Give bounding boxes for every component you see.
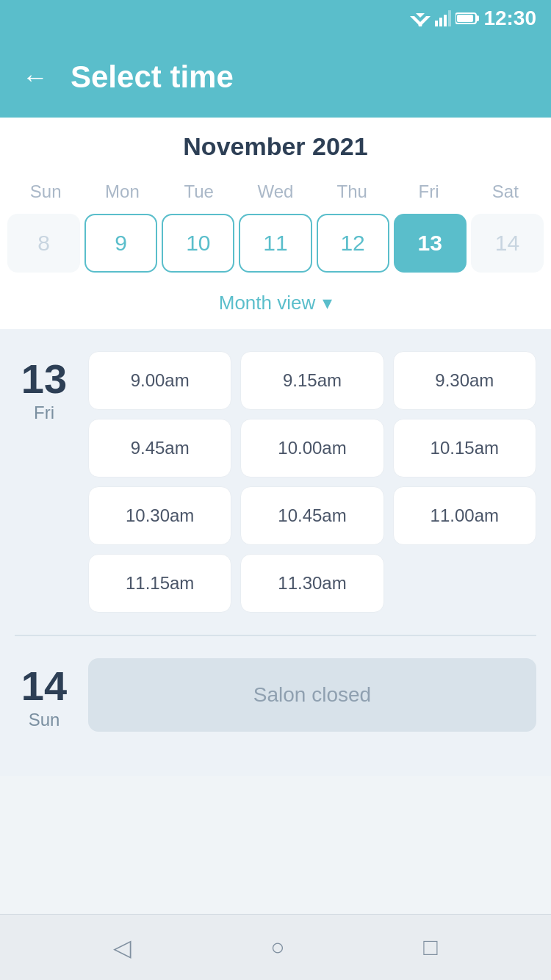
svg-rect-6 bbox=[444, 15, 447, 26]
time-grid-13: 9.00am 9.15am 9.30am 9.45am 10.00am 10.1… bbox=[88, 351, 536, 613]
chevron-down-icon: ▾ bbox=[323, 292, 332, 314]
day-header-sat: Sat bbox=[467, 176, 544, 208]
day-number-13: 13 bbox=[21, 359, 67, 400]
nav-recent-button[interactable]: □ bbox=[423, 934, 437, 961]
status-bar: 12:30 bbox=[0, 0, 551, 37]
day-header-mon: Mon bbox=[84, 176, 160, 208]
svg-rect-10 bbox=[457, 15, 473, 22]
bottom-nav: ◁ ○ □ bbox=[0, 914, 551, 980]
page-title: Select time bbox=[71, 60, 234, 95]
svg-rect-7 bbox=[448, 10, 451, 26]
time-slot-930am[interactable]: 9.30am bbox=[393, 351, 536, 410]
battery-icon bbox=[455, 12, 479, 25]
nav-home-button[interactable]: ○ bbox=[270, 934, 284, 961]
month-view-toggle[interactable]: Month view ▾ bbox=[0, 284, 551, 329]
day-header-fri: Fri bbox=[390, 176, 467, 208]
date-12[interactable]: 12 bbox=[317, 214, 389, 273]
day-name-14: Sun bbox=[29, 710, 60, 730]
svg-rect-4 bbox=[435, 21, 438, 26]
day-headers: Sun Mon Tue Wed Thu Fri Sat bbox=[0, 176, 551, 208]
salon-closed-message: Salon closed bbox=[88, 658, 536, 732]
time-slot-900am[interactable]: 9.00am bbox=[88, 351, 231, 410]
time-slot-1030am[interactable]: 10.30am bbox=[88, 486, 231, 545]
day-block-13: 13 Fri 9.00am 9.15am 9.30am 9.45am 10.00… bbox=[15, 351, 536, 613]
time-slot-1015am[interactable]: 10.15am bbox=[393, 419, 536, 478]
day-block-14: 14 Sun Salon closed bbox=[15, 658, 536, 732]
date-row: 8 9 10 11 12 13 14 bbox=[0, 208, 551, 284]
month-view-label: Month view bbox=[219, 292, 316, 314]
status-time: 12:30 bbox=[483, 7, 536, 30]
day-number-14: 14 bbox=[21, 666, 67, 707]
month-year-label: November 2021 bbox=[0, 132, 551, 161]
time-slot-1045am[interactable]: 10.45am bbox=[240, 486, 383, 545]
svg-rect-5 bbox=[439, 18, 442, 26]
back-button[interactable]: ← bbox=[22, 64, 48, 90]
day-header-thu: Thu bbox=[314, 176, 390, 208]
time-slot-1130am[interactable]: 11.30am bbox=[240, 554, 383, 613]
time-slot-915am[interactable]: 9.15am bbox=[240, 351, 383, 410]
day-label-13: 13 Fri bbox=[15, 351, 73, 613]
day-header-sun: Sun bbox=[7, 176, 84, 208]
time-slot-1115am[interactable]: 11.15am bbox=[88, 554, 231, 613]
time-slot-1000am[interactable]: 10.00am bbox=[240, 419, 383, 478]
date-8: 8 bbox=[7, 214, 80, 273]
app-header: ← Select time bbox=[0, 37, 551, 118]
time-slot-945am[interactable]: 9.45am bbox=[88, 419, 231, 478]
date-14: 14 bbox=[471, 214, 544, 273]
day-header-tue: Tue bbox=[161, 176, 237, 208]
section-divider bbox=[15, 635, 536, 636]
date-9[interactable]: 9 bbox=[84, 214, 157, 273]
svg-rect-9 bbox=[476, 15, 479, 21]
time-slot-1100am[interactable]: 11.00am bbox=[393, 486, 536, 545]
day-header-wed: Wed bbox=[237, 176, 314, 208]
nav-back-button[interactable]: ◁ bbox=[113, 934, 132, 962]
signal-icon bbox=[435, 10, 451, 26]
wifi-icon bbox=[410, 10, 431, 26]
time-slots-section: 13 Fri 9.00am 9.15am 9.30am 9.45am 10.00… bbox=[0, 329, 551, 776]
day-name-13: Fri bbox=[34, 403, 54, 423]
date-13[interactable]: 13 bbox=[394, 214, 467, 273]
date-11[interactable]: 11 bbox=[239, 214, 311, 273]
calendar: November 2021 Sun Mon Tue Wed Thu Fri Sa… bbox=[0, 118, 551, 329]
status-icons: 12:30 bbox=[410, 7, 536, 30]
day-label-14: 14 Sun bbox=[15, 658, 73, 732]
date-10[interactable]: 10 bbox=[162, 214, 234, 273]
